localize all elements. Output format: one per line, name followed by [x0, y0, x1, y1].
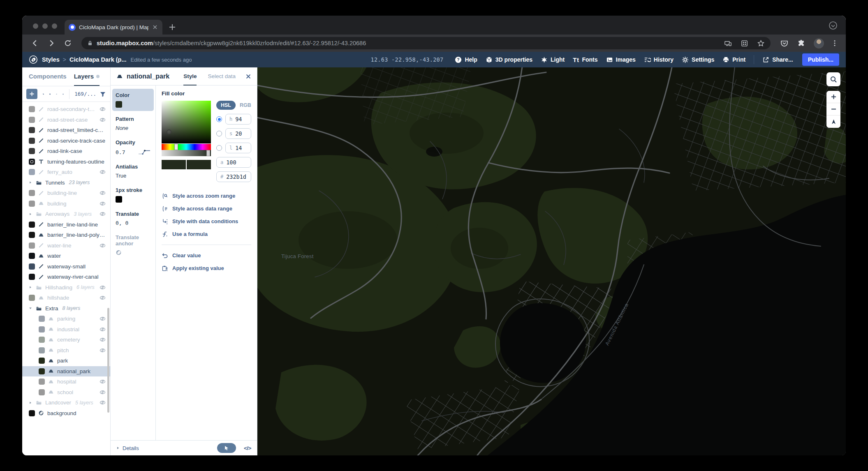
history-button[interactable]: History [644, 56, 674, 63]
maximize-window-icon[interactable] [52, 23, 57, 29]
s-channel-radio[interactable] [216, 131, 222, 136]
caret-down-icon[interactable] [29, 307, 32, 310]
compass-button[interactable] [826, 115, 840, 128]
new-tab-button[interactable] [167, 22, 177, 32]
downloads-icon[interactable] [829, 21, 838, 30]
layer-item-road-street-case[interactable]: road-street-case [22, 115, 110, 125]
visibility-off-icon[interactable] [99, 210, 106, 217]
map-search-button[interactable] [826, 72, 840, 86]
mapbox-logo-icon[interactable] [29, 55, 38, 64]
filter-icon[interactable] [100, 91, 106, 97]
zoom-in-button[interactable] [826, 91, 840, 103]
layer-item-national-park[interactable]: national_park [22, 366, 110, 377]
style-with-data-conditions-link[interactable]: Style with data conditions [162, 215, 251, 228]
property-antialias[interactable]: AntialiasTrue [111, 159, 155, 183]
profile-avatar[interactable] [814, 38, 824, 48]
visibility-off-icon[interactable] [99, 378, 106, 385]
clear-value-link[interactable]: Clear value [162, 249, 251, 262]
layer-item-school[interactable]: school [22, 387, 110, 398]
property-translate-anchor[interactable]: Translate anchor [111, 230, 155, 260]
window-controls[interactable] [33, 23, 57, 29]
tab-groups-icon[interactable] [741, 39, 748, 47]
visibility-off-icon[interactable] [99, 399, 106, 406]
l-input[interactable]: l14 [225, 143, 251, 153]
hue-slider[interactable] [162, 144, 211, 150]
visibility-off-icon[interactable] [99, 315, 106, 322]
alpha-input[interactable]: a 100 [216, 157, 251, 168]
layer-item-ferry-auto[interactable]: ferry_auto [22, 167, 110, 178]
property-1px-stroke[interactable]: 1px stroke [111, 183, 155, 207]
property-translate[interactable]: Translate0, 0 [111, 207, 155, 230]
layer-group-extra[interactable]: Extra8 layers [22, 303, 110, 314]
devices-icon[interactable] [724, 39, 732, 47]
3d-properties-button[interactable]: 3D properties [486, 56, 532, 63]
add-layer-button[interactable] [26, 89, 37, 99]
browser-tab[interactable]: CicloMapa Dark (prod) | Mapbo [65, 20, 162, 35]
layer-item-cemetery[interactable]: cemetery [22, 335, 110, 345]
caret-right-icon[interactable] [29, 401, 32, 404]
layer-group-aeroways[interactable]: Aeroways3 layers [22, 209, 110, 219]
layer-item-water-line[interactable]: water-line [22, 240, 110, 251]
inspect-layer-icon[interactable] [49, 91, 51, 97]
layer-item-pitch[interactable]: pitch [22, 345, 110, 356]
layer-group-hillshading[interactable]: Hillshading6 layers [22, 282, 110, 293]
layer-item-road-street-limited-case[interactable]: road-street_limited-case [22, 125, 110, 136]
print-button[interactable]: Print [722, 56, 745, 63]
layer-item-barrier-line-land-polygon[interactable]: barrier_line-land-polygon [22, 230, 110, 240]
property-pattern[interactable]: PatternNone [111, 112, 155, 135]
layer-item-barrier-line-land-line[interactable]: barrier_line-land-line [22, 219, 110, 230]
property-opacity[interactable]: Opacity0.7 [111, 135, 155, 159]
publish-button[interactable]: Publish... [802, 53, 839, 66]
visibility-off-icon[interactable] [99, 106, 106, 113]
lock-icon[interactable] [87, 40, 93, 46]
style-across-zoom-range-link[interactable]: Style across zoom range [162, 189, 251, 202]
alpha-slider[interactable] [162, 150, 211, 156]
map-canvas[interactable]: Tijuca Forest Avenida Atlântica [257, 67, 846, 455]
visibility-off-icon[interactable] [99, 242, 106, 249]
breadcrumb-styles[interactable]: Styles [42, 56, 60, 63]
hex-input[interactable]: # 232b1d [216, 171, 251, 182]
layer-item-background[interactable]: background [22, 408, 110, 419]
help-button[interactable]: ?Help [455, 56, 477, 63]
visibility-off-icon[interactable] [99, 116, 106, 123]
layer-item-waterway-small[interactable]: waterway-small [22, 261, 110, 272]
light-button[interactable]: Light [541, 56, 565, 63]
visibility-off-icon[interactable] [99, 294, 106, 301]
h-input[interactable]: h94 [225, 114, 251, 125]
layer-item-building[interactable]: building [22, 199, 110, 209]
back-button[interactable] [30, 39, 39, 48]
address-bar[interactable]: studio.mapbox.com/styles/cmdalbem/ckgpww… [81, 37, 771, 49]
layer-item-water[interactable]: water [22, 251, 110, 261]
layer-item-road-service-track-case[interactable]: road-service-track-case [22, 136, 110, 146]
layer-group-tunnels[interactable]: Tunnels23 layers [22, 178, 110, 188]
details-toggle[interactable]: Details [123, 445, 139, 451]
images-button[interactable]: Images [606, 56, 636, 63]
minimize-window-icon[interactable] [42, 23, 48, 29]
visibility-off-icon[interactable] [99, 389, 106, 396]
h-channel-radio[interactable] [216, 116, 222, 122]
property-color[interactable]: Color [112, 89, 154, 111]
visibility-off-icon[interactable] [99, 200, 106, 207]
hue-handle[interactable] [174, 144, 178, 150]
delete-layer-icon[interactable] [62, 91, 64, 97]
visibility-off-icon[interactable] [99, 336, 106, 343]
reload-button[interactable] [63, 39, 72, 48]
apply-existing-value-link[interactable]: Apply existing value [162, 262, 251, 275]
pocket-icon[interactable] [780, 39, 789, 48]
saturation-square[interactable] [162, 101, 211, 143]
sidebar-scrollbar[interactable] [107, 308, 109, 413]
caret-right-icon[interactable] [29, 181, 32, 184]
layer-item-industrial[interactable]: industrial [22, 324, 110, 335]
layer-group-landcover[interactable]: Landcover5 layers [22, 397, 110, 408]
layer-item-park[interactable]: park [22, 356, 110, 366]
extensions-puzzle-icon[interactable] [797, 39, 806, 48]
layer-item-parking[interactable]: parking [22, 314, 110, 324]
layer-item-building-line[interactable]: building-line [22, 188, 110, 199]
close-panel-icon[interactable] [245, 74, 251, 79]
style-across-data-range-link[interactable]: Style across data range [162, 202, 251, 215]
forward-button[interactable] [47, 39, 56, 48]
select-mode-button[interactable] [217, 443, 236, 453]
bookmark-star-icon[interactable] [757, 39, 765, 47]
layer-item-hospital[interactable]: hospital [22, 376, 110, 387]
tab-close-icon[interactable] [152, 24, 158, 30]
